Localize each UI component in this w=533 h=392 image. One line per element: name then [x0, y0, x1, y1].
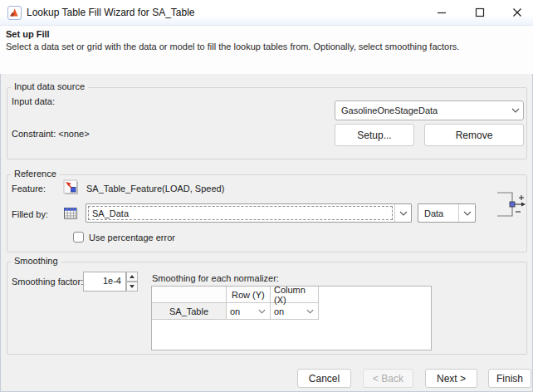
- finish-button-label: Finish: [496, 373, 523, 385]
- window-title: Lookup Table Fill Wizard for SA_Table: [27, 7, 195, 18]
- arrow-down-icon: [130, 285, 134, 288]
- filled-by-label: Filled by:: [12, 209, 48, 219]
- setup-button[interactable]: Setup...: [335, 124, 414, 146]
- page-title: Set up Fill: [6, 29, 50, 39]
- remove-button[interactable]: Remove: [424, 124, 524, 146]
- data-table-icon: [63, 206, 78, 221]
- table-header-row-y-label: Row (Y): [227, 290, 265, 300]
- finish-button[interactable]: Finish: [488, 369, 531, 388]
- table-header-column-x-label: Column (X): [271, 285, 318, 305]
- arrow-up-icon: [130, 275, 134, 278]
- wizard-header: Set up Fill Select a data set or grid wi…: [0, 26, 533, 74]
- matlab-app-icon: [7, 6, 22, 20]
- smoothing-group-label: Smoothing: [11, 257, 61, 266]
- signal-junction-icon: [495, 187, 528, 222]
- table-header-row-y[interactable]: Row (Y): [227, 287, 271, 303]
- constraint-label: Constraint: <none>: [12, 129, 90, 139]
- column-x-smoothing-value: on: [271, 306, 284, 316]
- input-data-source-group-label: Input data source: [11, 82, 88, 91]
- next-button[interactable]: Next >: [425, 369, 477, 388]
- input-data-dropdown[interactable]: GasolineOneStageData: [335, 100, 524, 120]
- next-button-label: Next >: [437, 373, 466, 385]
- chevron-down-icon: [507, 101, 523, 120]
- close-button[interactable]: [502, 2, 532, 23]
- chevron-down-icon: [458, 204, 475, 222]
- minimize-icon: [437, 7, 447, 17]
- cancel-button[interactable]: Cancel: [297, 369, 351, 388]
- setup-button-label: Setup...: [357, 130, 391, 141]
- back-button-label: < Back: [373, 373, 403, 385]
- use-percentage-error-label: Use percentage error: [89, 233, 175, 243]
- fill-type-dropdown-value: Data: [418, 204, 458, 222]
- chevron-down-icon: [394, 204, 411, 222]
- maximize-icon: [475, 7, 485, 17]
- spinner-down-button[interactable]: [126, 282, 138, 292]
- cancel-button-label: Cancel: [309, 373, 340, 385]
- input-data-dropdown-value: GasolineOneStageData: [335, 101, 507, 120]
- use-percentage-error-checkbox[interactable]: [73, 232, 84, 243]
- chevron-down-icon: [258, 309, 266, 314]
- normalizer-smoothing-label: Smoothing for each normalizer:: [152, 273, 279, 283]
- filled-by-dropdown[interactable]: SA_Data: [86, 203, 412, 223]
- row-y-smoothing-value: on: [227, 306, 240, 316]
- table-row-name-cell: SA_Table: [152, 303, 227, 320]
- title-bar: Lookup Table Fill Wizard for SA_Table: [0, 0, 533, 26]
- table-header-column-x[interactable]: Column (X): [271, 287, 319, 303]
- row-y-smoothing-dropdown[interactable]: on: [227, 303, 271, 320]
- chevron-down-icon: [306, 309, 314, 314]
- reference-group-label: Reference: [11, 169, 60, 179]
- maximize-button[interactable]: [465, 2, 495, 23]
- input-data-label: Input data:: [12, 96, 55, 106]
- spinner-up-button[interactable]: [126, 272, 138, 282]
- page-description: Select a data set or grid with the data …: [6, 42, 459, 51]
- feature-label: Feature:: [12, 184, 46, 194]
- table-header-empty: [152, 287, 227, 303]
- smoothing-factor-label: Smoothing factor:: [12, 277, 83, 287]
- fill-type-dropdown[interactable]: Data: [418, 203, 476, 223]
- column-x-smoothing-dropdown[interactable]: on: [271, 303, 319, 320]
- feature-value: SA_Table_Feature(LOAD, Speed): [86, 184, 224, 194]
- minimize-button[interactable]: [427, 2, 457, 23]
- remove-button-label: Remove: [456, 130, 493, 141]
- smoothing-factor-value: 1e-4: [103, 276, 121, 286]
- normalizer-smoothing-table: Row (Y) Column (X) SA_Table on on: [151, 286, 432, 350]
- back-button[interactable]: < Back: [363, 369, 413, 388]
- filled-by-dropdown-value: SA_Data: [86, 204, 394, 222]
- smoothing-factor-field[interactable]: 1e-4: [83, 272, 126, 292]
- lookup-table-fill-wizard-dialog: Lookup Table Fill Wizard for SA_Table Se…: [0, 0, 533, 392]
- table-row-name-label: SA_Table: [169, 306, 208, 316]
- feature-icon: [63, 179, 78, 194]
- close-icon: [512, 7, 522, 17]
